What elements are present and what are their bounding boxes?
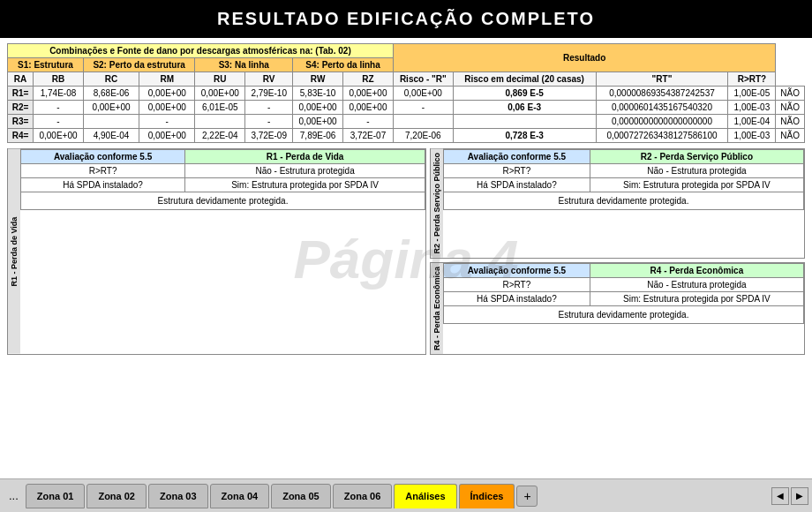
r4-section: R4 - Perda Econômica Avaliação conforme … xyxy=(430,262,805,355)
r2-table: Avaliação conforme 5.5 R2 - Perda Serviç… xyxy=(443,149,804,210)
s3-header: S3: Na linha xyxy=(195,58,293,72)
col-ru: RU xyxy=(195,72,245,87)
r2-spda-label: Há SPDA instalado? xyxy=(444,178,590,192)
r2-rrt-val: Não - Estrutura protegida xyxy=(590,164,803,178)
tab-nav-right-btn[interactable]: ▶ xyxy=(791,487,808,505)
r1-table: Avaliação conforme 5.5 R1 - Perda de Vid… xyxy=(20,149,425,210)
cell-rc: 0,00E+00 xyxy=(139,101,195,115)
cell-label: R2= xyxy=(8,101,34,115)
cell-ra: - xyxy=(34,101,84,115)
r1-rrt-val: Não - Estrutura protegida xyxy=(185,164,425,178)
cell-rb: 4,90E-04 xyxy=(83,129,139,143)
r1-label: R1 - Perda de Vida xyxy=(8,149,20,354)
cell-r_rt: NÃO xyxy=(776,101,805,115)
cell-rt: 1,00E-05 xyxy=(728,87,776,101)
content-area: Página 4 Combinações e Fonte de dano por… xyxy=(0,38,812,478)
r4-perda-label: R4 - Perda Econômica xyxy=(590,263,803,277)
cell-rm: 0,00E+00 xyxy=(195,87,245,101)
r4-table: Avaliação conforme 5.5 R4 - Perda Econôm… xyxy=(443,263,804,324)
tab-add-button[interactable]: + xyxy=(516,486,538,507)
r2-avaliacao-label: Avaliação conforme 5.5 xyxy=(444,150,590,164)
combinacoes-header: Combinações e Fonte de dano por descarga… xyxy=(8,44,394,58)
r2-estrutura: Estrutura devidamente protegida. xyxy=(444,192,804,210)
col-rb: RB xyxy=(34,72,84,87)
col-rw: RW xyxy=(293,72,343,87)
cell-label: R4= xyxy=(8,129,34,143)
table-row: Estrutura devidamente protegida. xyxy=(444,192,804,210)
cell-ru: 2,79E-10 xyxy=(245,87,293,101)
main-table: Combinações e Fonte de dano por descarga… xyxy=(7,43,805,143)
r4-spda-label: Há SPDA instalado? xyxy=(444,291,590,305)
cell-rv: 0,00E+00 xyxy=(293,115,343,129)
tab-nav-left[interactable]: ◀ xyxy=(771,487,789,505)
table-row: R3=---0,00E+00-0,00000000000000000001,00… xyxy=(8,115,805,129)
cell-risco: 0,06 E-3 xyxy=(453,101,596,115)
table-row: Avaliação conforme 5.5 R1 - Perda de Vid… xyxy=(21,150,425,164)
cell-rb xyxy=(83,115,139,129)
cell-risco xyxy=(453,115,596,129)
cell-label: R1= xyxy=(8,87,34,101)
tab-zona04[interactable]: Zona 04 xyxy=(210,484,270,508)
tab-analises[interactable]: Análises xyxy=(394,484,456,508)
cell-rc: 0,00E+00 xyxy=(139,87,195,101)
cell-ra: 0,00E+00 xyxy=(34,129,84,143)
cell-rm: 2,22E-04 xyxy=(195,129,245,143)
cell-rm: 6,01E-05 xyxy=(195,101,245,115)
col-ra: RA xyxy=(8,72,34,87)
col-rrt: R>RT? xyxy=(728,72,776,87)
table-row: R>RT? Não - Estrutura protegida xyxy=(444,164,804,178)
r1-label-col: R1 - Perda de Vida xyxy=(8,149,20,354)
cell-rb: 0,00E+00 xyxy=(83,101,139,115)
cell-label: R3= xyxy=(8,115,34,129)
tab-ellipsis[interactable]: ... xyxy=(4,489,24,502)
cell-rv: 5,83E-10 xyxy=(293,87,343,101)
s1-header: S1: Estrutura xyxy=(8,58,84,72)
resultado-header: Resultado xyxy=(393,44,776,72)
table-row: Estrutura devidamente protegida. xyxy=(444,305,804,323)
table-row: Avaliação conforme 5.5 R4 - Perda Econôm… xyxy=(444,263,804,277)
r2-perda-label: R2 - Perda Serviço Público xyxy=(590,150,803,164)
cell-decimal: 0,00000869354387242537 xyxy=(596,87,728,101)
r1-estrutura: Estrutura devidamente protegida. xyxy=(21,192,425,210)
tab-zona02[interactable]: Zona 02 xyxy=(86,484,147,508)
r2-label-col: R2 - Perda Serviço Público xyxy=(431,149,443,258)
cell-decimal: 0,000727263438127586100 xyxy=(596,129,728,143)
tab-zona06[interactable]: Zona 06 xyxy=(333,484,393,508)
main-container: RESULTADO EDIFICAÇÃO COMPLETO Página 4 C… xyxy=(0,0,812,512)
table-row: R2=-0,00E+000,00E+006,01E-05-0,00E+000,0… xyxy=(8,101,805,115)
tab-zona03[interactable]: Zona 03 xyxy=(148,484,208,508)
col-risco: Risco - "R" xyxy=(393,72,453,87)
cell-rv: 0,00E+00 xyxy=(293,101,343,115)
table-row: R4=0,00E+004,90E-040,00E+002,22E-043,72E… xyxy=(8,129,805,143)
r1-content: Avaliação conforme 5.5 R1 - Perda de Vid… xyxy=(20,149,425,354)
col-rv: RV xyxy=(245,72,293,87)
col-decimal: Risco em decimal (20 casas) xyxy=(453,72,596,87)
table-row: Estrutura devidamente protegida. xyxy=(21,192,425,210)
cell-rz xyxy=(393,115,453,129)
col-rz: RZ xyxy=(343,72,394,87)
cell-decimal: 0,0000601435167540320 xyxy=(596,101,728,115)
tabs-bar: ... Zona 01 Zona 02 Zona 03 Zona 04 Zona… xyxy=(0,478,812,512)
table-row: Há SPDA instalado? Sim: Estrutura proteg… xyxy=(444,178,804,192)
tab-zona05[interactable]: Zona 05 xyxy=(271,484,331,508)
cell-rb: 8,68E-06 xyxy=(83,87,139,101)
cell-rc: - xyxy=(139,115,195,129)
s4-header: S4: Perto da linha xyxy=(293,58,394,72)
col-rm: RM xyxy=(139,72,195,87)
cell-rv: 7,89E-06 xyxy=(293,129,343,143)
r4-rrt-label: R>RT? xyxy=(444,277,590,291)
cell-r_rt: NÃO xyxy=(776,87,805,101)
r1-avaliacao-label: Avaliação conforme 5.5 xyxy=(21,150,185,164)
r4-avaliacao-label: Avaliação conforme 5.5 xyxy=(444,263,590,277)
tab-zona01[interactable]: Zona 01 xyxy=(26,484,86,508)
cell-risco: 0,728 E-3 xyxy=(453,129,596,143)
lower-right: R2 - Perda Serviço Público Avaliação con… xyxy=(430,148,805,355)
r4-rrt-val: Não - Estrutura protegida xyxy=(590,277,803,291)
r1-perda-label: R1 - Perda de Vida xyxy=(185,150,425,164)
cell-rc: 0,00E+00 xyxy=(139,129,195,143)
table-row: R>RT? Não - Estrutura protegida xyxy=(444,277,804,291)
lower-section: R1 - Perda de Vida Avaliação conforme 5.… xyxy=(7,148,805,355)
cell-ru: - xyxy=(245,101,293,115)
tab-indices[interactable]: Índices xyxy=(459,484,515,508)
r2-label: R2 - Perda Serviço Público xyxy=(431,149,443,258)
